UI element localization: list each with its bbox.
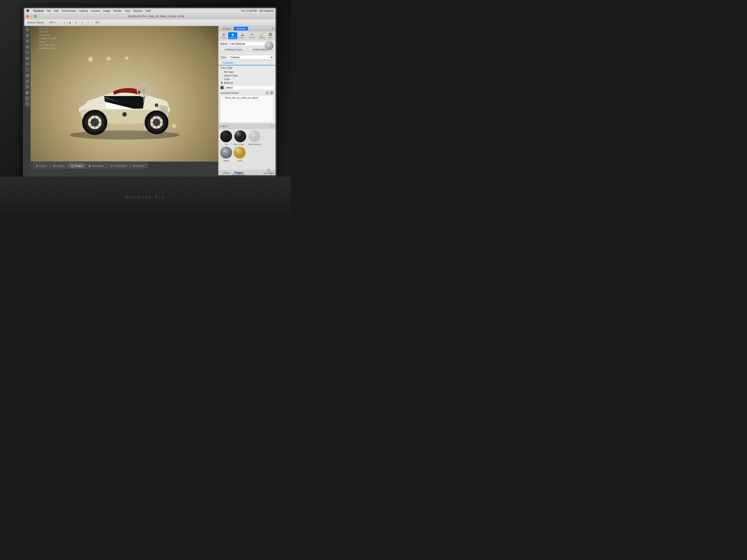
- maximize-button[interactable]: [34, 15, 36, 18]
- library-icon: ⊞: [53, 164, 56, 167]
- icon-bar-item-8[interactable]: ⋮: [25, 67, 30, 72]
- pbt-library[interactable]: Library: [220, 171, 232, 175]
- search-swatches-icon[interactable]: ⊙: [226, 125, 228, 128]
- viewport[interactable]: FPS: 11.7 Time: 374 Samples: 41 Triangle…: [31, 26, 218, 175]
- svg-point-50: [123, 113, 126, 116]
- icon-bar-item-14[interactable]: ⊏: [25, 101, 30, 106]
- pit-environment[interactable]: ☁ Enviro...: [237, 32, 247, 39]
- icon-bar-item-4[interactable]: ⊕: [25, 44, 30, 49]
- tab-render[interactable]: ⧉ Render: [130, 163, 148, 168]
- icon-bar-item-7[interactable]: ◎: [25, 61, 30, 66]
- pit-environment-label: Enviro...: [239, 36, 246, 39]
- project-icon: ◫: [71, 164, 74, 167]
- panel-tabs: Project Material: [221, 27, 248, 30]
- swatches-area: ≡ ⊞ ⊙ • • •: [218, 124, 276, 170]
- diffuse-field[interactable]: [225, 85, 274, 90]
- zoom-selector[interactable]: 100% ▾: [47, 20, 58, 25]
- swatch-tire[interactable]: Tire: [220, 130, 233, 145]
- radio-color[interactable]: [221, 78, 223, 81]
- app-menu-help[interactable]: Help: [146, 9, 151, 12]
- menubar-right: Tue 12:39 PM Jeff Hayden5: [241, 9, 274, 12]
- multi-material-icon: ⊕: [252, 48, 254, 51]
- panel-tab-material[interactable]: Material: [234, 27, 248, 30]
- app-menu-environment[interactable]: Environment: [61, 9, 76, 12]
- close-button[interactable]: [26, 15, 29, 18]
- app-menu-view[interactable]: View: [125, 9, 130, 12]
- tab-keyshotxr[interactable]: ⊙ KeyShotXR: [107, 163, 130, 168]
- tab-animation[interactable]: ▶ Animation: [86, 163, 107, 168]
- swatch-metal[interactable]: Metal: [220, 146, 233, 162]
- app-menu-keyshot[interactable]: KeyShot: [33, 9, 44, 12]
- icon-bar-item-12[interactable]: ◧: [25, 90, 30, 95]
- swatch-gold[interactable]: Gold: [233, 146, 246, 162]
- diffuse-swatch[interactable]: [221, 86, 224, 89]
- tab-project[interactable]: ◫ Project: [68, 163, 85, 168]
- pit-scene[interactable]: ⊞ Scene: [220, 32, 228, 39]
- radio-inherit[interactable]: [221, 74, 223, 77]
- screenshot-button[interactable]: ⊡ Screenshot: [263, 168, 274, 174]
- gold-label: Gold: [237, 159, 242, 162]
- icon-bar-item-6[interactable]: ▤: [25, 56, 30, 61]
- app-menu-lighting[interactable]: Lighting: [79, 9, 88, 12]
- icon-bar-item-2[interactable]: ◈: [25, 33, 30, 38]
- icon-bar-item-1[interactable]: ⊞: [25, 27, 30, 32]
- toolbar-sep-2: [92, 21, 93, 25]
- pit-image[interactable]: 🖼 Image: [266, 32, 275, 39]
- icon-bar-item-3[interactable]: ⊙: [25, 38, 30, 44]
- app-menu-render[interactable]: Render: [113, 9, 122, 12]
- stat-size: Size: 1392 x 704: [39, 44, 56, 47]
- app-menu-window[interactable]: Window: [133, 9, 143, 12]
- tools-btn[interactable]: ⊞: [74, 20, 79, 25]
- app-menu-camera[interactable]: Camera: [91, 9, 100, 12]
- type-select[interactable]: Cutaway: [228, 55, 274, 59]
- icon-bar-item-5[interactable]: ✦: [25, 50, 30, 55]
- pit-scene-label: Scene: [221, 36, 226, 39]
- properties-tab[interactable]: Properties: [218, 60, 237, 65]
- keyshotxr-icon: ⊙: [110, 164, 112, 167]
- list-view-icon[interactable]: ≡: [220, 125, 222, 128]
- remove-excluded-btn[interactable]: 🗑: [270, 91, 274, 95]
- icon-bar-item-10[interactable]: ⊟: [25, 78, 30, 83]
- icon-bar-item-9[interactable]: ⊠: [25, 73, 30, 78]
- tab-import[interactable]: ⊕ Import: [33, 163, 50, 168]
- mode-selector[interactable]: Material Editing ▾: [26, 20, 46, 25]
- svg-point-51: [162, 102, 168, 105]
- keyboard-area: MacBook Pro: [0, 177, 291, 218]
- import-icon: ⊕: [36, 164, 38, 167]
- move-btn[interactable]: ✛: [85, 20, 91, 25]
- scale-input[interactable]: 65.0: [94, 20, 102, 25]
- play-btn[interactable]: ▶: [68, 20, 73, 25]
- pause-btn[interactable]: ⏸: [61, 20, 67, 25]
- tab-library-label: Library: [57, 164, 65, 167]
- stat-triangles: Triangles: 391,548: [39, 37, 56, 40]
- app-menu-edit[interactable]: Edit: [54, 9, 58, 12]
- toolbar: Material Editing ▾ 100% ▾ ⏸ ▶ ⊞ ⊡ ✛ 65.0: [24, 19, 276, 26]
- icon-bar-item-13[interactable]: ◱: [25, 96, 30, 101]
- apple-menu[interactable]: ⌘: [26, 9, 29, 12]
- swatch-cube-material[interactable]: Cube Material: [248, 130, 261, 145]
- app-menu-file[interactable]: File: [47, 9, 51, 12]
- radio-material[interactable]: [221, 82, 223, 84]
- icon-bar-item-11[interactable]: ↺: [25, 84, 30, 89]
- pit-camera[interactable]: ⊙ Camera: [248, 32, 257, 39]
- add-excluded-btn[interactable]: +: [265, 91, 269, 95]
- environment-icon: ☁: [241, 33, 244, 36]
- properties-tabs: Properties: [218, 60, 276, 65]
- panel-tab-project[interactable]: Project: [221, 27, 234, 30]
- pbt-project[interactable]: Project: [232, 171, 245, 175]
- panel-close-btn[interactable]: ✕: [272, 27, 274, 30]
- minimize-button[interactable]: [30, 15, 33, 18]
- swatch-hard-shiny[interactable]: Hard Shiny Pl...: [233, 130, 247, 145]
- crop-btn[interactable]: ⊡: [80, 20, 85, 25]
- app-menu-image[interactable]: Image: [103, 9, 110, 12]
- pit-material[interactable]: ◉ Material: [228, 32, 237, 39]
- caps-style-group: No Caps Inherit Caps Color: [218, 70, 276, 85]
- tab-library[interactable]: ⊞ Library: [50, 163, 68, 168]
- tire-ball: [220, 130, 233, 143]
- material-graph-btn[interactable]: ⊞ Material Graph: [221, 47, 247, 52]
- grid-view-icon[interactable]: ⊞: [223, 125, 225, 128]
- radio-nocaps[interactable]: [221, 71, 223, 73]
- pit-lighting[interactable]: 💡 Lighting: [257, 32, 266, 39]
- tab-import-label: Import: [40, 164, 47, 167]
- cube-material-label: Cube Material: [248, 143, 261, 145]
